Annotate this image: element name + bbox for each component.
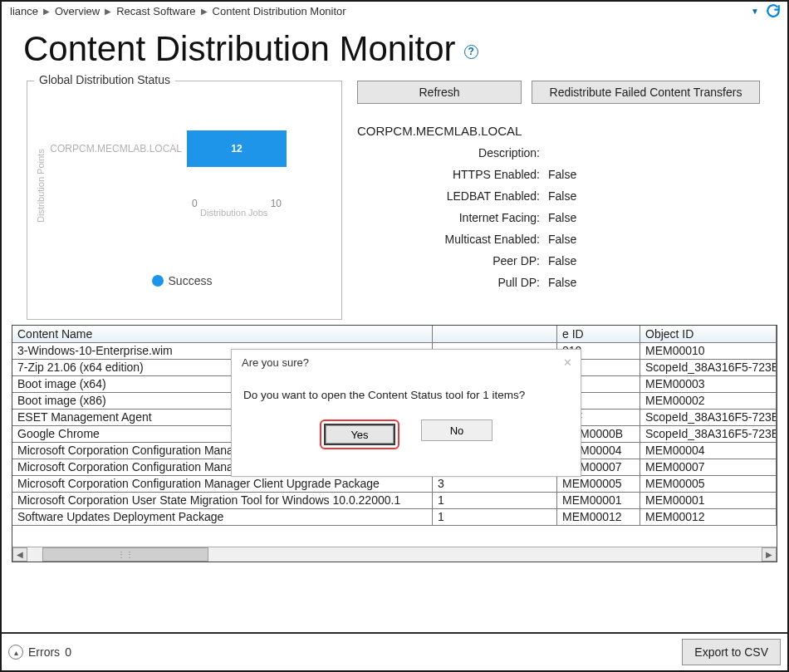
cell-object-id: ScopeId_38A316F5-723E-42A	[640, 426, 777, 443]
cell-package-id: MEM00005	[557, 476, 640, 493]
scroll-right-icon[interactable]: ▶	[762, 547, 777, 562]
cell-count: 1	[433, 509, 557, 526]
errors-label: Errors	[28, 645, 60, 659]
col-header-object-id[interactable]: Object ID	[640, 326, 777, 343]
cell-object-id: MEM00003	[640, 376, 777, 393]
cell-count: 3	[433, 476, 557, 493]
page-title: Content Distribution Monitor	[23, 29, 456, 69]
confirm-dialog: Are you sure? ✕ Do you want to open the …	[231, 349, 581, 477]
detail-key: Pull DP:	[357, 276, 548, 289]
help-icon[interactable]: ?	[464, 45, 478, 59]
col-header-package-id[interactable]: e ID	[557, 326, 640, 343]
chart-y-axis-label: Distribution Points	[34, 103, 46, 269]
details-hostname: CORPCM.MECMLAB.LOCAL	[357, 124, 774, 138]
chevron-right-icon: ▶	[201, 7, 208, 16]
cell-object-id: MEM00004	[640, 443, 777, 459]
scrollbar-thumb[interactable]: ⋮⋮	[42, 547, 208, 562]
horizontal-scrollbar[interactable]: ◀ ⋮⋮ ▶	[12, 547, 777, 562]
cell-object-id: MEM00001	[640, 493, 777, 509]
dialog-message: Do you want to open the Content Status t…	[232, 372, 581, 401]
detail-value: False	[548, 254, 774, 267]
cell-content-name: Microsoft Corporation Configuration Mana…	[12, 476, 433, 493]
cell-object-id: MEM00007	[640, 459, 777, 476]
cell-package-id: MEM00012	[557, 509, 640, 526]
detail-key: LEDBAT Enabled:	[357, 189, 548, 203]
detail-key: Internet Facing:	[357, 211, 548, 224]
refresh-icon[interactable]	[766, 3, 781, 18]
chart-category-label: CORPCM.MECMLAB.LOCAL	[46, 143, 187, 155]
dialog-no-button[interactable]: No	[421, 419, 493, 441]
scroll-left-icon[interactable]: ◀	[12, 547, 27, 562]
redistribute-failed-button[interactable]: Redistribute Failed Content Transfers	[532, 81, 760, 104]
detail-key: HTTPS Enabled:	[357, 168, 548, 181]
cell-content-name: Microsoft Corporation User State Migrati…	[12, 493, 433, 509]
close-icon[interactable]: ✕	[563, 356, 572, 369]
legend-success-dot-icon	[152, 275, 164, 287]
detail-value: False	[548, 189, 774, 203]
chart-x-tick: 0	[192, 198, 198, 209]
details-grid: Description: HTTPS Enabled:False LEDBAT …	[357, 146, 774, 289]
cell-object-id: MEM00002	[640, 393, 777, 410]
col-header-count[interactable]	[433, 326, 557, 343]
export-csv-button[interactable]: Export to CSV	[682, 639, 781, 665]
cell-object-id: MEM00010	[640, 343, 777, 360]
panel-legend: Global Distribution Status	[34, 73, 175, 86]
col-header-content-name[interactable]: Content Name	[12, 326, 433, 343]
breadcrumb-item[interactable]: Overview	[55, 5, 100, 17]
cell-object-id: ScopeId_38A316F5-723E-42A	[640, 360, 777, 376]
table-row[interactable]: Microsoft Corporation User State Migrati…	[12, 493, 777, 509]
chart-x-tick: 10	[271, 198, 282, 209]
table-row[interactable]: Software Updates Deployment Package1MEM0…	[12, 509, 777, 526]
cell-content-name: Software Updates Deployment Package	[12, 509, 433, 526]
errors-toggle[interactable]: ▴ Errors 0	[8, 645, 71, 660]
detail-value: False	[548, 276, 774, 289]
global-distribution-status-panel: Global Distribution Status Distribution …	[27, 81, 342, 320]
errors-count: 0	[65, 645, 71, 659]
detail-value: False	[548, 168, 774, 181]
detail-key: Description:	[357, 146, 548, 159]
table-header-row: Content Name e ID Object ID	[12, 326, 777, 343]
cell-object-id: ScopeId_38A316F5-723E-42A	[640, 410, 777, 426]
chevron-right-icon: ▶	[105, 7, 111, 16]
cell-object-id: MEM00012	[640, 509, 777, 526]
chevron-up-icon: ▴	[8, 645, 23, 660]
chart-x-axis-label: Distribution Jobs	[200, 208, 330, 218]
detail-value	[548, 146, 774, 159]
dialog-title: Are you sure?	[242, 356, 309, 369]
cell-package-id: MEM00001	[557, 493, 640, 509]
table-row[interactable]: Microsoft Corporation Configuration Mana…	[12, 476, 777, 493]
breadcrumb-item[interactable]: liance	[10, 5, 38, 17]
cell-count: 1	[433, 493, 557, 509]
breadcrumb: liance ▶ Overview ▶ Recast Software ▶ Co…	[2, 2, 787, 21]
detail-value: False	[548, 211, 774, 224]
refresh-button[interactable]: Refresh	[357, 81, 522, 104]
chevron-right-icon: ▶	[43, 7, 50, 16]
detail-key: Peer DP:	[357, 254, 548, 267]
detail-key: Multicast Enabled:	[357, 233, 548, 246]
dropdown-icon[interactable]: ▼	[751, 7, 759, 16]
breadcrumb-item[interactable]: Recast Software	[116, 5, 195, 17]
chart-bar-success[interactable]: 12	[187, 130, 287, 167]
breadcrumb-item[interactable]: Content Distribution Monitor	[213, 5, 346, 17]
detail-value: False	[548, 233, 774, 246]
dialog-yes-button[interactable]: Yes	[324, 424, 395, 445]
footer: ▴ Errors 0 Export to CSV	[2, 632, 787, 670]
cell-object-id: MEM00005	[640, 476, 777, 493]
legend-success-label: Success	[169, 274, 213, 287]
